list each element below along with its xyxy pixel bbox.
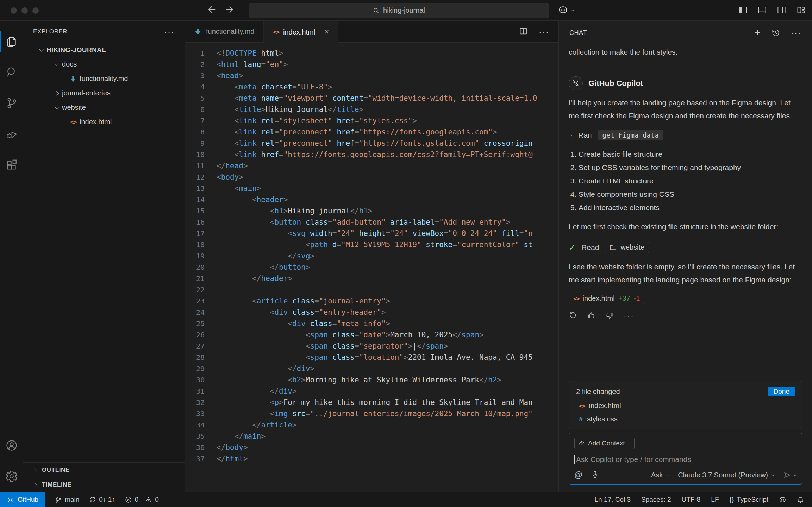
thumbs-down-icon[interactable] xyxy=(605,311,614,321)
tree-item-functionality.md[interactable]: functionality.md xyxy=(23,71,185,86)
code-line[interactable]: 14 <header> xyxy=(185,194,558,205)
copilot-status-icon[interactable] xyxy=(779,496,786,503)
model-dropdown[interactable]: Claude 3.7 Sonnet (Preview) xyxy=(678,471,774,479)
problems-indicator[interactable]: 0 0 xyxy=(125,496,159,503)
done-button[interactable]: Done xyxy=(768,387,795,396)
language-mode[interactable]: {}TypeScript xyxy=(730,496,768,503)
encoding[interactable]: UTF-8 xyxy=(682,496,701,503)
tab-functionality-md[interactable]: functionality.md xyxy=(185,21,264,42)
traffic-lights[interactable] xyxy=(11,7,39,14)
tree-item-hiking-journal[interactable]: HIKING-JOURNAL xyxy=(23,43,185,57)
branch-indicator[interactable]: main xyxy=(55,496,79,503)
code-line[interactable]: 37</html> xyxy=(185,453,558,464)
close-window-icon[interactable] xyxy=(11,7,17,14)
toggle-primary-sidebar-icon[interactable] xyxy=(738,5,748,16)
run-debug-icon[interactable] xyxy=(0,119,23,150)
settings-gear-icon[interactable] xyxy=(0,461,23,492)
code-line[interactable]: 24 <div class="entry-header"> xyxy=(185,307,558,318)
code-line[interactable]: 11</head> xyxy=(185,160,558,171)
code-line[interactable]: 34 </article> xyxy=(185,419,558,431)
search-view-icon[interactable] xyxy=(0,57,23,88)
code-line[interactable]: 6 <title>Hiking Journal</title> xyxy=(185,104,558,115)
tab-index-html[interactable]: <> index.html × xyxy=(264,21,338,43)
outline-section[interactable]: OUTLINE xyxy=(23,462,185,477)
chat-more-icon[interactable]: ··· xyxy=(791,28,801,38)
mention-icon[interactable]: @ xyxy=(574,470,582,480)
sync-indicator[interactable]: 0↓ 1↑ xyxy=(89,496,115,503)
code-line[interactable]: 18 <path d="M12 5V19M5 12H19" stroke="cu… xyxy=(185,239,558,250)
code-editor[interactable]: 1<!DOCTYPE html>2<html lang="en">3<head>… xyxy=(185,43,558,492)
toggle-secondary-sidebar-icon[interactable] xyxy=(777,5,786,16)
code-line[interactable]: 13 <main> xyxy=(185,183,558,194)
editor-more-icon[interactable]: ··· xyxy=(539,27,549,37)
code-line[interactable]: 36</body> xyxy=(185,442,558,453)
code-line[interactable]: 28 <span class="location">2201 Imola Ave… xyxy=(185,352,558,363)
code-line[interactable]: 9 <link rel="preconnect" href="https://f… xyxy=(185,138,558,149)
new-chat-icon[interactable]: + xyxy=(754,27,761,39)
code-line[interactable]: 33 <img src="../journal-enteries/images/… xyxy=(185,408,558,419)
code-line[interactable]: 30 <h2>Morning hike at Skyline Wildernes… xyxy=(185,374,558,386)
changed-file-index.html[interactable]: <>index.html xyxy=(576,402,795,410)
extensions-icon[interactable] xyxy=(0,150,23,181)
code-line[interactable]: 10 <link href="https://fonts.googleapis.… xyxy=(185,149,558,160)
code-line[interactable]: 26 <span class="date">March 10, 2025</sp… xyxy=(185,329,558,340)
explorer-icon[interactable] xyxy=(0,26,23,57)
tree-item-journal-enteries[interactable]: journal-enteries xyxy=(23,86,185,100)
cursor-position[interactable]: Ln 17, Col 3 xyxy=(595,496,631,503)
indentation[interactable]: Spaces: 2 xyxy=(641,496,671,503)
tree-item-index.html[interactable]: <>index.html xyxy=(23,115,185,129)
thumbs-up-icon[interactable] xyxy=(587,311,595,321)
mode-dropdown[interactable]: Ask xyxy=(651,471,669,479)
code-line[interactable]: 21 </header> xyxy=(185,273,558,284)
code-line[interactable]: 3<head> xyxy=(185,70,558,81)
split-editor-icon[interactable] xyxy=(519,26,528,37)
add-context-button[interactable]: Add Context... xyxy=(574,438,635,449)
maximize-window-icon[interactable] xyxy=(32,7,39,14)
explorer-more-icon[interactable]: ··· xyxy=(164,27,175,37)
forward-icon[interactable] xyxy=(225,4,236,16)
code-line[interactable]: 35 </main> xyxy=(185,431,558,442)
tree-item-website[interactable]: website xyxy=(23,100,185,115)
command-center-search[interactable]: hiking-journal xyxy=(249,3,549,18)
minimize-window-icon[interactable] xyxy=(21,7,28,14)
code-line[interactable]: 15 <h1>Hiking journal</h1> xyxy=(185,205,558,217)
code-line[interactable]: 22 xyxy=(185,284,558,295)
code-line[interactable]: 1<!DOCTYPE html> xyxy=(185,48,558,59)
read-target-chip[interactable]: website xyxy=(605,242,649,253)
tree-item-docs[interactable]: docs xyxy=(23,57,185,71)
eol[interactable]: LF xyxy=(711,496,719,503)
chat-history-icon[interactable] xyxy=(771,28,780,37)
code-line[interactable]: 31 </div> xyxy=(185,386,558,397)
chat-input-box[interactable]: Add Context... Ask Copilot or type / for… xyxy=(569,433,802,485)
copilot-menu[interactable] xyxy=(558,5,574,15)
changed-file-styles.css[interactable]: #styles.css xyxy=(576,415,795,423)
code-line[interactable]: 29 </div> xyxy=(185,363,558,374)
customize-layout-icon[interactable] xyxy=(796,5,806,16)
microphone-icon[interactable] xyxy=(591,470,599,480)
changed-file-chip[interactable]: <> index.html +37 -1 xyxy=(569,293,644,304)
code-line[interactable]: 27 <span class="separator">|</span> xyxy=(185,340,558,352)
code-line[interactable]: 7 <link rel="stylesheet" href="styles.cs… xyxy=(185,115,558,126)
send-button[interactable] xyxy=(783,471,797,479)
code-line[interactable]: 16 <button class="add-button" aria-label… xyxy=(185,217,558,228)
code-line[interactable]: 5 <meta name="viewport" content="width=d… xyxy=(185,93,558,104)
close-tab-icon[interactable]: × xyxy=(324,27,329,37)
code-line[interactable]: 2<html lang="en"> xyxy=(185,59,558,70)
code-line[interactable]: 12<body> xyxy=(185,171,558,183)
tool-run-row[interactable]: Ran get_Figma_data xyxy=(569,130,802,140)
code-line[interactable]: 23 <article class="journal-entry"> xyxy=(185,295,558,307)
code-line[interactable]: 4 <meta charset="UTF-8"> xyxy=(185,81,558,93)
back-icon[interactable] xyxy=(206,4,217,16)
rerun-icon[interactable] xyxy=(569,311,577,321)
message-more-icon[interactable]: ··· xyxy=(624,311,634,321)
code-line[interactable]: 17 <svg width="24" height="24" viewBox="… xyxy=(185,228,558,239)
code-line[interactable]: 20 </button> xyxy=(185,262,558,273)
toggle-panel-icon[interactable] xyxy=(757,5,767,16)
code-line[interactable]: 25 <div class="meta-info"> xyxy=(185,318,558,329)
code-line[interactable]: 32 <p>For my hike this morning I did the… xyxy=(185,397,558,408)
timeline-section[interactable]: TIMELINE xyxy=(23,477,185,492)
remote-indicator[interactable]: GitHub xyxy=(0,492,45,507)
code-line[interactable]: 19 </svg> xyxy=(185,250,558,262)
accounts-icon[interactable] xyxy=(0,430,23,461)
code-line[interactable]: 8 <link rel="preconnect" href="https://f… xyxy=(185,126,558,138)
